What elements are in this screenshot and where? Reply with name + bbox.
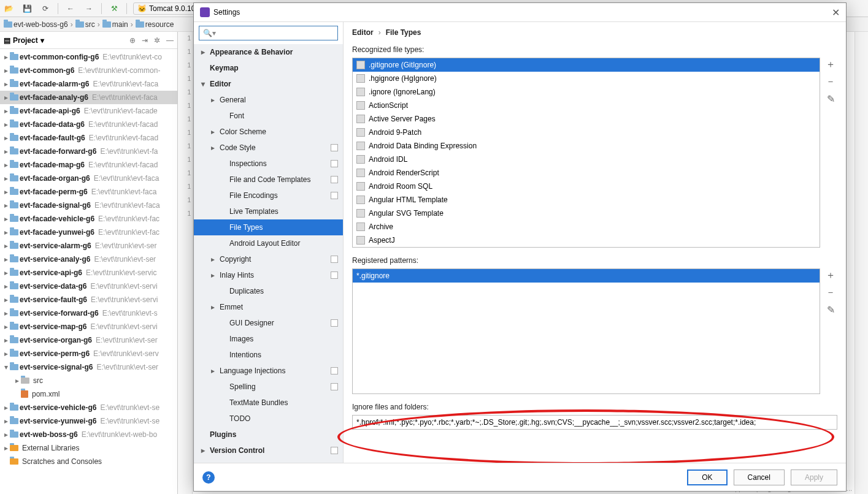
tree-row[interactable]: evt-service-signal-g6E:\evt\trunk\evt-se… xyxy=(0,360,177,374)
tree-row[interactable]: evt-service-yunwei-g6E:\evt\trunk\evt-se xyxy=(0,414,177,428)
tree-arrow-icon[interactable] xyxy=(2,349,10,358)
settings-nav-item[interactable]: File and Code Templates xyxy=(194,172,343,188)
edit-button[interactable]: ✎ xyxy=(824,92,837,105)
tree-arrow-icon[interactable] xyxy=(2,403,10,412)
open-icon[interactable]: 📂 xyxy=(2,2,15,15)
tree-row[interactable]: evt-service-organ-g6E:\evt\trunk\evt-ser xyxy=(0,333,177,347)
tree-arrow-icon[interactable] xyxy=(2,120,10,129)
file-type-row[interactable]: Android RenderScript xyxy=(353,166,820,180)
build-icon[interactable]: ⚒ xyxy=(108,2,120,15)
pattern-row[interactable]: *.gitignore xyxy=(353,269,820,283)
tree-arrow-icon[interactable] xyxy=(13,376,21,385)
tree-arrow-icon[interactable] xyxy=(2,134,10,142)
tree-row[interactable]: External Libraries xyxy=(0,441,177,455)
forward-icon[interactable]: → xyxy=(83,2,95,15)
tree-row[interactable]: src xyxy=(0,374,177,387)
tree-arrow-icon[interactable] xyxy=(2,161,10,169)
settings-nav-item[interactable]: Inspections xyxy=(194,156,343,172)
ok-button[interactable]: OK xyxy=(687,469,727,485)
tree-row[interactable]: evt-facade-vehicle-g6E:\evt\trunk\evt-fa… xyxy=(0,212,177,226)
tree-row[interactable]: evt-service-map-g6E:\evt\trunk\evt-servi xyxy=(0,320,177,333)
tree-arrow-icon[interactable] xyxy=(2,188,10,196)
edit-button[interactable]: ✎ xyxy=(824,303,837,316)
file-type-row[interactable]: Active Server Pages xyxy=(353,112,820,126)
file-types-list[interactable]: .gitignore (GitIgnore).hgignore (HgIgnor… xyxy=(352,58,820,248)
chevron-down-icon[interactable]: ▾ xyxy=(40,36,44,45)
file-type-row[interactable]: Android 9-Patch xyxy=(353,126,820,139)
breadcrumb-item[interactable]: main xyxy=(102,20,128,29)
tree-arrow-icon[interactable] xyxy=(2,215,10,223)
tree-arrow-icon[interactable] xyxy=(2,201,10,210)
tree-arrow-icon[interactable] xyxy=(2,93,10,102)
tree-row[interactable]: evt-facade-organ-g6E:\evt\trunk\evt-faca xyxy=(0,172,177,185)
settings-nav-item[interactable]: Color Scheme xyxy=(194,124,343,140)
ignore-patterns-input[interactable] xyxy=(352,415,837,430)
tree-arrow-icon[interactable] xyxy=(2,444,10,452)
file-type-row[interactable]: Android IDL xyxy=(353,153,820,166)
tree-row[interactable]: evt-facade-perm-g6E:\evt\trunk\evt-faca xyxy=(0,185,177,199)
file-type-row[interactable]: Android Room SQL xyxy=(353,180,820,193)
tree-arrow-icon[interactable] xyxy=(2,282,10,291)
tree-arrow-icon[interactable] xyxy=(2,107,10,115)
settings-nav-item[interactable]: Code Style xyxy=(194,140,343,156)
tree-row[interactable]: evt-service-perm-g6E:\evt\trunk\evt-serv xyxy=(0,347,177,360)
tree-row[interactable]: evt-service-forward-g6E:\evt\trunk\evt-s xyxy=(0,306,177,320)
settings-nav-item[interactable]: Intentions xyxy=(194,347,343,363)
file-type-row[interactable]: .gitignore (GitIgnore) xyxy=(353,58,820,72)
tree-row[interactable]: evt-common-config-g6E:\evt\trunk\evt-co xyxy=(0,50,177,64)
tree-row[interactable]: Scratches and Consoles xyxy=(0,455,177,468)
tree-row[interactable]: evt-service-api-g6E:\evt\trunk\evt-servi… xyxy=(0,266,177,279)
tree-arrow-icon[interactable] xyxy=(2,53,10,61)
settings-nav-item[interactable]: Emmet xyxy=(194,299,343,315)
tree-row[interactable]: evt-service-vehicle-g6E:\evt\trunk\evt-s… xyxy=(0,401,177,414)
settings-nav-item[interactable]: General xyxy=(194,92,343,108)
tree-arrow-icon[interactable] xyxy=(2,255,10,264)
settings-nav-item[interactable]: Android Layout Editor xyxy=(194,235,343,251)
file-type-row[interactable]: ActionScript xyxy=(353,99,820,112)
tree-row[interactable]: evt-facade-api-g6E:\evt\trunk\evt-facade xyxy=(0,104,177,118)
tree-arrow-icon[interactable] xyxy=(2,309,10,317)
close-icon[interactable]: ✕ xyxy=(832,7,840,18)
tree-arrow-icon[interactable] xyxy=(2,80,10,88)
project-tree[interactable]: evt-common-config-g6E:\evt\trunk\evt-coe… xyxy=(0,49,177,494)
file-type-row[interactable]: .ignore (IgnoreLang) xyxy=(353,85,820,99)
tree-row[interactable]: evt-service-analy-g6E:\evt\trunk\evt-ser xyxy=(0,253,177,266)
gear-icon[interactable]: ✲ xyxy=(154,36,160,45)
settings-nav-item[interactable]: Duplicates xyxy=(194,283,343,299)
tree-row[interactable]: evt-facade-yunwei-g6E:\evt\trunk\evt-fac xyxy=(0,226,177,239)
tree-row[interactable]: evt-service-data-g6E:\evt\trunk\evt-serv… xyxy=(0,279,177,293)
settings-nav-item[interactable]: Version Control xyxy=(194,443,343,458)
file-type-row[interactable]: .hgignore (HgIgnore) xyxy=(353,72,820,85)
file-type-row[interactable]: Android Data Binding Expression xyxy=(353,139,820,153)
add-button[interactable]: ＋ xyxy=(824,58,837,71)
settings-nav-item[interactable]: Editor xyxy=(194,76,343,92)
tree-arrow-icon[interactable] xyxy=(2,322,10,331)
tree-row[interactable]: evt-facade-alarm-g6E:\evt\trunk\evt-faca xyxy=(0,77,177,91)
tree-arrow-icon[interactable] xyxy=(2,147,10,156)
settings-nav-item[interactable]: Inlay Hints xyxy=(194,267,343,283)
tree-row[interactable]: evt-facade-forward-g6E:\evt\trunk\evt-fa xyxy=(0,145,177,158)
settings-nav-item[interactable]: File Types xyxy=(194,219,343,235)
settings-nav-item[interactable]: Images xyxy=(194,331,343,347)
tree-arrow-icon[interactable] xyxy=(2,417,10,425)
hide-icon[interactable]: — xyxy=(166,36,174,45)
settings-nav-item[interactable]: GUI Designer xyxy=(194,315,343,331)
file-type-row[interactable]: Archive xyxy=(353,220,820,234)
settings-nav-item[interactable]: Plugins xyxy=(194,427,343,443)
file-type-row[interactable]: Angular HTML Template xyxy=(353,193,820,207)
settings-nav-item[interactable]: Copyright xyxy=(194,251,343,267)
tree-arrow-icon[interactable] xyxy=(2,241,10,250)
settings-nav-item[interactable]: Appearance & Behavior xyxy=(194,44,343,60)
cancel-button[interactable]: Cancel xyxy=(734,469,785,485)
patterns-list[interactable]: *.gitignore xyxy=(352,268,820,394)
tree-row[interactable]: evt-facade-map-g6E:\evt\trunk\evt-facad xyxy=(0,158,177,172)
settings-nav-item[interactable]: Language Injections xyxy=(194,363,343,379)
breadcrumb-item[interactable]: evt-web-boss-g6 xyxy=(4,20,68,29)
settings-nav-item[interactable]: TextMate Bundles xyxy=(194,395,343,411)
settings-nav-item[interactable]: File Encodings xyxy=(194,188,343,203)
settings-nav-item[interactable]: Live Templates xyxy=(194,203,343,219)
collapse-icon[interactable]: ⇥ xyxy=(142,36,148,45)
remove-button[interactable]: － xyxy=(824,286,837,299)
settings-nav-item[interactable]: Font xyxy=(194,108,343,124)
add-button[interactable]: ＋ xyxy=(824,268,837,282)
